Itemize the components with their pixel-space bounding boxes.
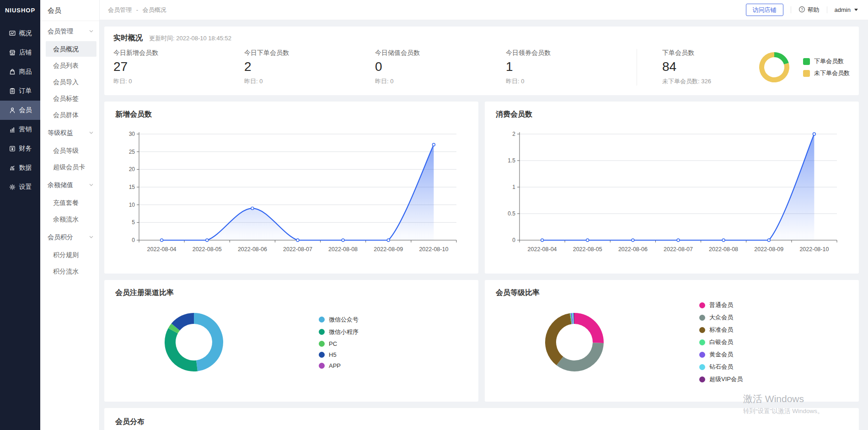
menu-item-member-level[interactable]: 会员等级 bbox=[46, 143, 96, 158]
sidebar-item-finance[interactable]: 财务 bbox=[0, 139, 40, 158]
svg-text:0.5: 0.5 bbox=[508, 210, 515, 217]
primary-sidebar: NIUSHOP 概况 店铺 商品 订单 会员 营销 财务 bbox=[0, 0, 40, 430]
sidebar-item-marketing[interactable]: 营销 bbox=[0, 120, 40, 139]
divider bbox=[827, 6, 827, 13]
menu-item-member-overview[interactable]: 会员概况 bbox=[46, 41, 96, 57]
breadcrumb-separator: - bbox=[136, 6, 138, 13]
chevron-down-icon bbox=[89, 28, 94, 35]
legend-item[interactable]: H5 bbox=[319, 351, 359, 358]
topbar-actions: 访问店铺 ? 帮助 admin bbox=[746, 4, 858, 16]
svg-text:2022-08-04: 2022-08-04 bbox=[528, 246, 557, 253]
sidebar-item-label: 会员 bbox=[19, 106, 32, 114]
member-level-donut-chart bbox=[543, 311, 605, 373]
svg-text:1: 1 bbox=[512, 184, 515, 190]
sidebar-item-data[interactable]: 数据 bbox=[0, 158, 40, 177]
legend-item[interactable]: 未下单会员数 bbox=[803, 69, 850, 77]
legend-swatch bbox=[319, 363, 325, 369]
menu-group-member-management[interactable]: 会员管理 bbox=[40, 23, 99, 40]
register-channel-legend: 微信公众号微信小程序PCH5APP bbox=[319, 312, 359, 373]
legend-item[interactable]: 大众会员 bbox=[699, 313, 743, 322]
svg-text:5: 5 bbox=[132, 219, 135, 226]
sidebar-item-label: 订单 bbox=[19, 87, 32, 95]
svg-text:2022-08-04: 2022-08-04 bbox=[147, 246, 177, 253]
menu-item-member-import[interactable]: 会员导入 bbox=[46, 74, 96, 90]
question-circle-icon: ? bbox=[798, 6, 805, 14]
menu-item-member-list[interactable]: 会员列表 bbox=[46, 58, 96, 73]
chart-title: 消费会员数 bbox=[496, 110, 848, 119]
divider bbox=[791, 6, 791, 13]
register-channel-card: 会员注册渠道比率 微信公众号微信小程序PCH5APP bbox=[104, 280, 478, 402]
sidebar-item-label: 数据 bbox=[19, 164, 32, 172]
sidebar-item-goods[interactable]: 商品 bbox=[0, 62, 40, 81]
breadcrumb-parent[interactable]: 会员管理 bbox=[108, 6, 132, 13]
chevron-down-icon bbox=[89, 182, 94, 189]
menu-item-balance-flow[interactable]: 余额流水 bbox=[46, 211, 96, 227]
legend-item[interactable]: 白银会员 bbox=[699, 338, 743, 346]
svg-text:2022-08-05: 2022-08-05 bbox=[573, 246, 602, 253]
secondary-sidebar-title: 会员 bbox=[40, 0, 99, 21]
update-time: 更新时间: 2022-08-10 18:45:52 bbox=[149, 34, 231, 43]
sidebar-item-orders[interactable]: 订单 bbox=[0, 81, 40, 101]
visit-shop-button[interactable]: 访问店铺 bbox=[746, 4, 783, 16]
menu-item-super-member-card[interactable]: 超级会员卡 bbox=[46, 159, 96, 175]
user-menu[interactable]: admin bbox=[835, 6, 858, 13]
menu-item-member-tags[interactable]: 会员标签 bbox=[46, 91, 96, 106]
order-icon bbox=[9, 87, 16, 95]
legend-item[interactable]: 微信小程序 bbox=[319, 328, 359, 336]
menu-group-balance[interactable]: 余额储值 bbox=[40, 177, 99, 194]
settings-icon bbox=[9, 183, 16, 191]
new-members-area-chart: 0510152025302022-08-042022-08-052022-08-… bbox=[115, 127, 467, 266]
menu-item-points-flow[interactable]: 积分流水 bbox=[46, 263, 96, 279]
legend-item[interactable]: 黄金会员 bbox=[699, 350, 743, 359]
chart-title: 会员分布 bbox=[115, 417, 848, 427]
svg-text:2022-08-07: 2022-08-07 bbox=[283, 246, 312, 253]
menu-item-member-groups[interactable]: 会员群体 bbox=[46, 107, 96, 123]
legend-item[interactable]: 微信公众号 bbox=[319, 316, 359, 324]
legend-swatch bbox=[319, 329, 325, 335]
consume-members-chart-card: 消费会员数 00.511.522022-08-042022-08-052022-… bbox=[485, 102, 859, 274]
help-menu[interactable]: ? 帮助 bbox=[798, 6, 820, 14]
menu-item-points-rules[interactable]: 积分规则 bbox=[46, 247, 96, 263]
shop-icon bbox=[9, 49, 16, 56]
stat-order-members: 下单会员数 84 未下单会员数: 326 bbox=[662, 49, 758, 86]
legend-item[interactable]: 标准会员 bbox=[699, 326, 743, 334]
main-area: 会员管理 - 会员概况 访问店铺 ? 帮助 admin 实时概况 更新时间: 2… bbox=[100, 0, 868, 430]
legend-swatch bbox=[803, 58, 810, 65]
order-members-donut-chart bbox=[758, 51, 790, 83]
legend-item[interactable]: 超级VIP会员 bbox=[699, 375, 743, 383]
realtime-title: 实时概况 bbox=[113, 33, 143, 43]
legend-item[interactable]: 下单会员数 bbox=[803, 57, 850, 65]
sidebar-item-members[interactable]: 会员 bbox=[0, 101, 40, 120]
legend-item[interactable]: APP bbox=[319, 362, 359, 369]
stat-new-members-today: 今日新增会员数 27 昨日: 0 bbox=[113, 49, 244, 86]
menu-group-points[interactable]: 会员积分 bbox=[40, 229, 99, 246]
marketing-icon bbox=[9, 126, 16, 133]
menu-group-level-benefits[interactable]: 等级权益 bbox=[40, 124, 99, 142]
legend-swatch bbox=[699, 315, 705, 321]
svg-text:2: 2 bbox=[512, 131, 515, 137]
breadcrumb: 会员管理 - 会员概况 bbox=[108, 6, 746, 14]
member-icon bbox=[9, 107, 16, 114]
caret-down-icon bbox=[854, 9, 858, 11]
sidebar-item-label: 店铺 bbox=[19, 48, 32, 57]
sidebar-item-label: 商品 bbox=[19, 68, 32, 76]
svg-text:20: 20 bbox=[129, 166, 135, 172]
breadcrumb-current: 会员概况 bbox=[143, 6, 166, 13]
svg-text:30: 30 bbox=[129, 131, 135, 137]
register-channel-donut-chart bbox=[163, 311, 225, 373]
legend-item[interactable]: 普通会员 bbox=[699, 301, 743, 309]
svg-text:?: ? bbox=[801, 7, 803, 11]
svg-text:25: 25 bbox=[129, 149, 135, 155]
sidebar-item-shop[interactable]: 店铺 bbox=[0, 43, 40, 62]
chart-title: 会员等级比率 bbox=[496, 288, 848, 298]
legend-swatch bbox=[699, 302, 705, 308]
legend-swatch bbox=[699, 376, 705, 382]
legend-item[interactable]: 钻石会员 bbox=[699, 363, 743, 371]
svg-text:2022-08-07: 2022-08-07 bbox=[664, 246, 693, 253]
sidebar-item-settings[interactable]: 设置 bbox=[0, 177, 40, 197]
stat-order-members-today: 今日下单会员数 2 昨日: 0 bbox=[244, 49, 375, 86]
svg-text:10: 10 bbox=[129, 202, 135, 208]
sidebar-item-overview[interactable]: 概况 bbox=[0, 24, 40, 43]
menu-item-recharge-package[interactable]: 充值套餐 bbox=[46, 195, 96, 210]
legend-item[interactable]: PC bbox=[319, 340, 359, 347]
